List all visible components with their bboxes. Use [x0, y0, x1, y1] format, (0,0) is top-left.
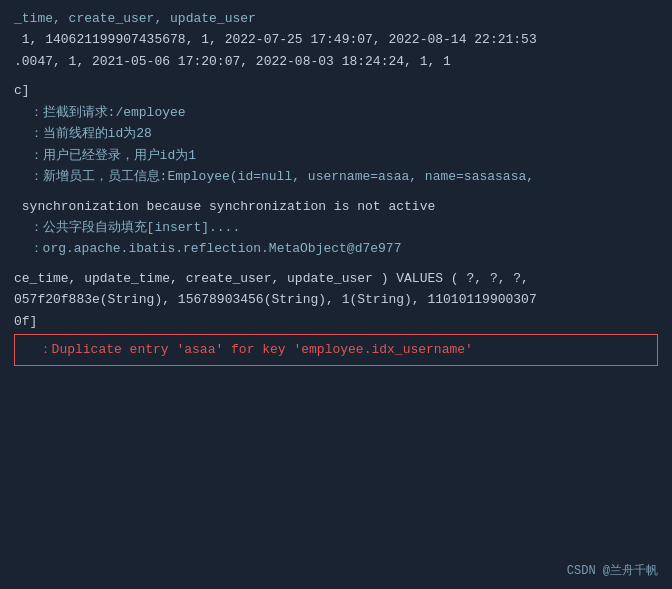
line-10: ：公共字段自动填充[insert].... [14, 217, 658, 238]
line-5: ：拦截到请求:/employee [14, 102, 658, 123]
line-2: 1, 140621199907435678, 1, 2022-07-25 17:… [14, 29, 658, 50]
line-8: ：新增员工，员工信息:Employee(id=null, username=as… [14, 166, 658, 187]
line-14: 0f] [14, 311, 658, 332]
watermark: CSDN @兰舟千帆 [567, 562, 658, 579]
error-box: ：Duplicate entry 'asaa' for key 'employe… [14, 334, 658, 365]
terminal-window: _time, create_user, update_user 1, 14062… [0, 0, 672, 589]
line-11: ：org.apache.ibatis.reflection.MetaObject… [14, 238, 658, 259]
blank-1 [14, 72, 658, 80]
error-line: ：Duplicate entry 'asaa' for key 'employe… [23, 339, 649, 360]
blank-3 [14, 260, 658, 268]
line-3: .0047, 1, 2021-05-06 17:20:07, 2022-08-0… [14, 51, 658, 72]
line-6: ：当前线程的id为28 [14, 123, 658, 144]
line-1: _time, create_user, update_user [14, 8, 658, 29]
line-9: synchronization because synchronization … [14, 196, 658, 217]
line-7: ：用户已经登录，用户id为1 [14, 145, 658, 166]
line-4: c] [14, 80, 658, 101]
line-12: ce_time, update_time, create_user, updat… [14, 268, 658, 289]
line-13: 057f20f883e(String), 15678903456(String)… [14, 289, 658, 310]
terminal-content: _time, create_user, update_user 1, 14062… [0, 0, 672, 376]
blank-2 [14, 188, 658, 196]
